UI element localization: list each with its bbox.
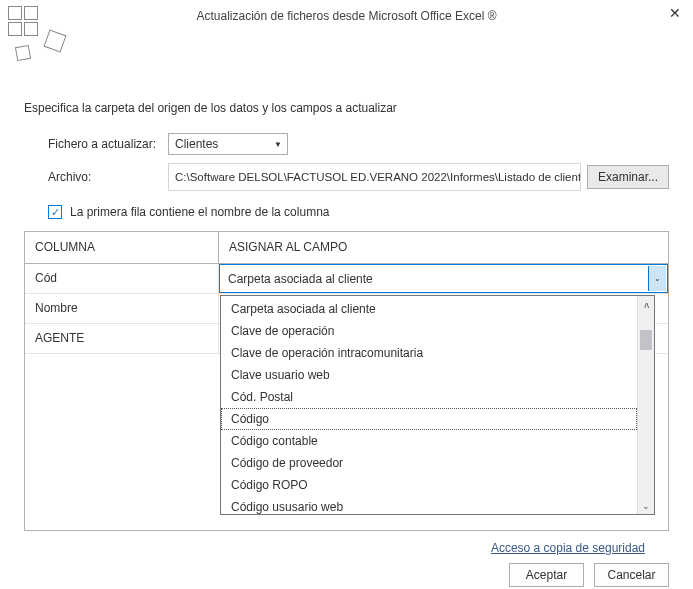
cancel-button[interactable]: Cancelar <box>594 563 669 587</box>
grid-header-columna: COLUMNA <box>25 232 219 263</box>
scroll-down-icon[interactable]: ⌄ <box>638 497 654 514</box>
dropdown-option[interactable]: Código de proveedor <box>221 452 637 474</box>
chevron-down-icon: ▼ <box>270 135 286 153</box>
dropdown-option[interactable]: Clave de operación intracomunitaria <box>221 342 637 364</box>
archive-path-value: C:\Software DELSOL\FACTUSOL ED.VERANO 20… <box>175 171 581 183</box>
combobox-value: Carpeta asociada al cliente <box>228 272 373 286</box>
assign-field-dropdown[interactable]: Carpeta asociada al clienteClave de oper… <box>220 295 655 515</box>
cell-asignar[interactable]: Carpeta asociada al cliente ⌄ <box>219 264 668 293</box>
dropdown-option[interactable]: Código contable <box>221 430 637 452</box>
scroll-up-icon[interactable]: ʌ <box>638 296 654 313</box>
app-logo <box>4 4 84 64</box>
close-button[interactable]: ✕ <box>665 3 685 23</box>
table-row[interactable]: Cód Carpeta asociada al cliente ⌄ <box>25 264 668 294</box>
cell-columna: Cód <box>25 264 219 293</box>
mapping-grid: COLUMNA ASIGNAR AL CAMPO Cód Carpeta aso… <box>24 231 669 531</box>
titlebar: Actualización de ficheros desde Microsof… <box>0 0 693 32</box>
dropdown-option[interactable]: Código <box>221 408 637 430</box>
dropdown-option[interactable]: Cód. Postal <box>221 386 637 408</box>
dropdown-option[interactable]: Carpeta asociada al cliente <box>221 298 637 320</box>
cell-columna: AGENTE <box>25 324 219 353</box>
file-to-update-select[interactable]: Clientes ▼ <box>168 133 288 155</box>
browse-button[interactable]: Examinar... <box>587 165 669 189</box>
dropdown-list: Carpeta asociada al clienteClave de oper… <box>221 296 637 514</box>
accept-button[interactable]: Aceptar <box>509 563 584 587</box>
dropdown-scrollbar[interactable]: ʌ ⌄ <box>637 296 654 514</box>
file-to-update-value: Clientes <box>175 137 218 151</box>
archive-label: Archivo: <box>48 170 168 184</box>
dropdown-option[interactable]: Código ususario web <box>221 496 637 514</box>
dropdown-option[interactable]: Código ROPO <box>221 474 637 496</box>
cell-columna: Nombre <box>25 294 219 323</box>
grid-header-asignar: ASIGNAR AL CAMPO <box>219 232 668 263</box>
archive-path-input[interactable]: C:\Software DELSOL\FACTUSOL ED.VERANO 20… <box>168 163 581 191</box>
grid-header: COLUMNA ASIGNAR AL CAMPO <box>25 232 668 264</box>
close-icon: ✕ <box>669 5 681 21</box>
chevron-down-icon: ⌄ <box>654 274 661 283</box>
dialog-footer: Aceptar Cancelar <box>0 563 693 589</box>
window-title: Actualización de ficheros desde Microsof… <box>196 9 496 23</box>
check-icon: ✓ <box>51 207 60 218</box>
first-row-checkbox[interactable]: ✓ <box>48 205 62 219</box>
first-row-checkbox-label: La primera fila contiene el nombre de la… <box>70 205 329 219</box>
scroll-thumb[interactable] <box>640 330 652 350</box>
backup-link[interactable]: Acceso a copia de seguridad <box>491 541 645 555</box>
instruction-text: Especifica la carpeta del origen de los … <box>24 101 669 115</box>
dropdown-option[interactable]: Clave de operación <box>221 320 637 342</box>
combobox-dropdown-button[interactable]: ⌄ <box>648 266 666 291</box>
assign-field-combobox[interactable]: Carpeta asociada al cliente ⌄ <box>219 264 668 293</box>
file-to-update-label: Fichero a actualizar: <box>48 137 168 151</box>
dropdown-option[interactable]: Clave usuario web <box>221 364 637 386</box>
